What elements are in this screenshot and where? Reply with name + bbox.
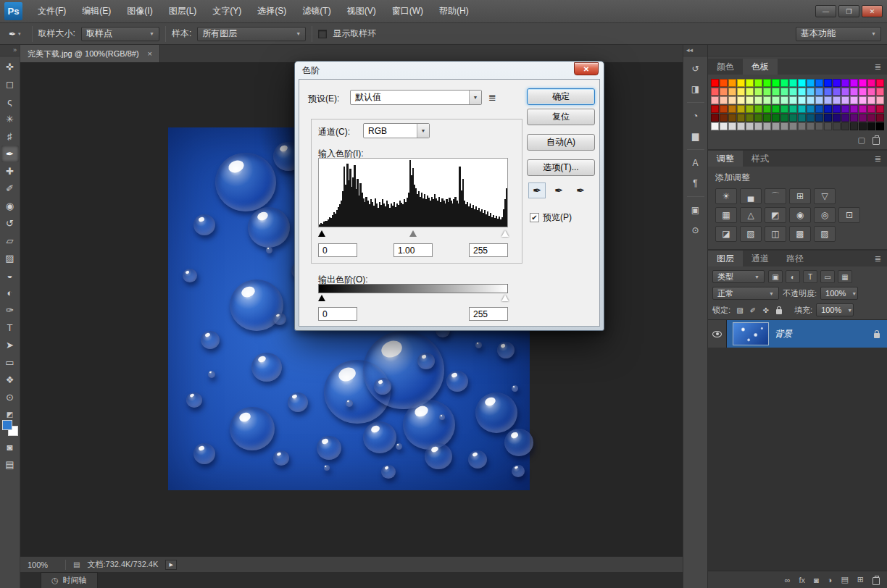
panel-menu-icon[interactable]: ≣ bbox=[875, 154, 887, 164]
adj-vibrance-icon[interactable]: ▽ bbox=[814, 188, 836, 204]
blend-mode-select[interactable]: 正常 ▼ bbox=[712, 287, 779, 300]
swatch[interactable] bbox=[815, 88, 823, 96]
tool-preset-picker[interactable]: ✒ ▾ bbox=[6, 28, 26, 41]
show-sampling-ring-checkbox[interactable] bbox=[318, 30, 327, 38]
adj-threshold-icon[interactable]: ◫ bbox=[765, 226, 786, 242]
swatch[interactable] bbox=[754, 96, 762, 104]
swatch[interactable] bbox=[728, 105, 736, 113]
tab-swatches[interactable]: 色板 bbox=[743, 59, 778, 75]
clone-stamp-tool[interactable]: ◉ bbox=[1, 198, 19, 214]
tab-layers[interactable]: 图层 bbox=[708, 251, 743, 266]
input-shadow-field[interactable]: 0 bbox=[318, 243, 357, 257]
link-layers-icon[interactable]: ∞ bbox=[785, 576, 791, 584]
swatch[interactable] bbox=[859, 96, 867, 104]
type-tool[interactable]: T bbox=[1, 319, 19, 336]
swatch[interactable] bbox=[867, 79, 875, 87]
swatch[interactable] bbox=[876, 105, 884, 113]
swatch[interactable] bbox=[850, 79, 858, 87]
clone-source-panel-icon[interactable]: ◨ bbox=[686, 80, 705, 98]
swatch[interactable] bbox=[763, 122, 771, 130]
tab-paths[interactable]: 路径 bbox=[778, 251, 812, 266]
swatch[interactable] bbox=[780, 88, 788, 96]
panel-menu-icon[interactable]: ≣ bbox=[875, 254, 887, 264]
swatch[interactable] bbox=[833, 88, 841, 96]
filter-shape-layers-icon[interactable]: ▭ bbox=[820, 270, 835, 283]
reset-button[interactable]: 复位 bbox=[527, 109, 595, 125]
adj-brightness-contrast-icon[interactable]: ☀ bbox=[715, 188, 737, 204]
swatch[interactable] bbox=[754, 88, 762, 96]
quick-mask-icon[interactable]: ◙ bbox=[1, 439, 19, 455]
menu-image[interactable]: 图像(I) bbox=[119, 0, 160, 22]
output-highlight-field[interactable]: 255 bbox=[469, 307, 508, 321]
swatch[interactable] bbox=[824, 105, 832, 113]
swatch[interactable] bbox=[789, 88, 797, 96]
input-highlight-slider[interactable] bbox=[501, 230, 509, 237]
dodge-tool[interactable]: ◐ bbox=[1, 285, 19, 301]
adj-color-balance-icon[interactable]: △ bbox=[740, 207, 762, 223]
document-tab[interactable]: 完美下载.jpg @ 100%(RGB/8#) × bbox=[20, 45, 160, 62]
swatch[interactable] bbox=[824, 79, 832, 87]
swatch[interactable] bbox=[720, 79, 728, 87]
tab-styles[interactable]: 样式 bbox=[743, 151, 778, 167]
paragraph-panel-icon[interactable]: ¶ bbox=[686, 175, 705, 192]
swatch[interactable] bbox=[763, 105, 771, 113]
foreground-color-swatch[interactable] bbox=[2, 420, 12, 430]
swatch[interactable] bbox=[746, 114, 754, 122]
panel-menu-icon[interactable]: ≣ bbox=[875, 62, 887, 72]
swatch[interactable] bbox=[859, 105, 867, 113]
swatch[interactable] bbox=[807, 96, 815, 104]
auto-button[interactable]: 自动(A) bbox=[527, 134, 595, 151]
swatch[interactable] bbox=[815, 79, 823, 87]
layer-thumbnail[interactable] bbox=[733, 322, 769, 345]
swatch[interactable] bbox=[841, 122, 849, 130]
swatch[interactable] bbox=[789, 79, 797, 87]
history-brush-tool[interactable]: ↺ bbox=[1, 215, 19, 232]
history-panel-icon[interactable]: ↺ bbox=[686, 60, 705, 77]
fill-select[interactable]: 100% ▼ bbox=[816, 303, 854, 316]
swatch[interactable] bbox=[867, 88, 875, 96]
adj-selective-color-icon[interactable]: ▨ bbox=[814, 226, 836, 242]
character-panel-icon[interactable]: A bbox=[686, 154, 705, 172]
swatch[interactable] bbox=[789, 122, 797, 130]
lock-transparency-icon[interactable]: ▨ bbox=[734, 304, 746, 316]
eyedropper-tool[interactable]: ✒ bbox=[1, 146, 19, 162]
add-layer-mask-icon[interactable]: ◙ bbox=[814, 576, 819, 584]
adj-levels-icon[interactable]: ▄ bbox=[740, 188, 762, 204]
input-shadow-slider[interactable] bbox=[318, 230, 325, 237]
swatch[interactable] bbox=[711, 114, 719, 122]
swatch[interactable] bbox=[737, 114, 745, 122]
new-layer-icon[interactable]: ⊞ bbox=[857, 575, 864, 584]
histogram-panel-icon[interactable]: ▆ bbox=[686, 127, 705, 145]
expand-panels-icon[interactable]: ◂◂ bbox=[683, 45, 707, 56]
toolbar-collapse-icon[interactable]: » bbox=[0, 45, 20, 56]
swatch[interactable] bbox=[798, 96, 806, 104]
swatch[interactable] bbox=[798, 79, 806, 87]
swatch[interactable] bbox=[780, 105, 788, 113]
menu-type[interactable]: 文字(Y) bbox=[204, 0, 249, 22]
lock-pixels-icon[interactable]: ✐ bbox=[747, 304, 759, 316]
swatch[interactable] bbox=[746, 79, 754, 87]
swatch[interactable] bbox=[807, 122, 815, 130]
swatch[interactable] bbox=[711, 105, 719, 113]
swatch[interactable] bbox=[746, 88, 754, 96]
swatch[interactable] bbox=[763, 114, 771, 122]
swatch[interactable] bbox=[728, 79, 736, 87]
quick-selection-tool[interactable]: ✳ bbox=[1, 111, 19, 127]
marquee-tool[interactable]: ◻ bbox=[1, 76, 19, 93]
swatch[interactable] bbox=[850, 114, 858, 122]
swatch[interactable] bbox=[789, 114, 797, 122]
visibility-cell[interactable] bbox=[708, 320, 727, 348]
delete-layer-icon[interactable] bbox=[873, 575, 880, 585]
input-highlight-field[interactable]: 255 bbox=[469, 243, 508, 257]
swatch[interactable] bbox=[737, 79, 745, 87]
layer-comps-panel-icon[interactable]: ▣ bbox=[686, 201, 705, 219]
input-midtone-slider[interactable] bbox=[409, 230, 417, 237]
adj-posterize-icon[interactable]: ▧ bbox=[740, 226, 762, 242]
output-shadow-field[interactable]: 0 bbox=[318, 307, 357, 321]
swatch[interactable] bbox=[763, 79, 771, 87]
gradient-tool[interactable]: ▨ bbox=[1, 250, 19, 266]
swatch[interactable] bbox=[859, 88, 867, 96]
swatch[interactable] bbox=[711, 122, 719, 130]
swatch[interactable] bbox=[867, 114, 875, 122]
swatch[interactable] bbox=[711, 96, 719, 104]
